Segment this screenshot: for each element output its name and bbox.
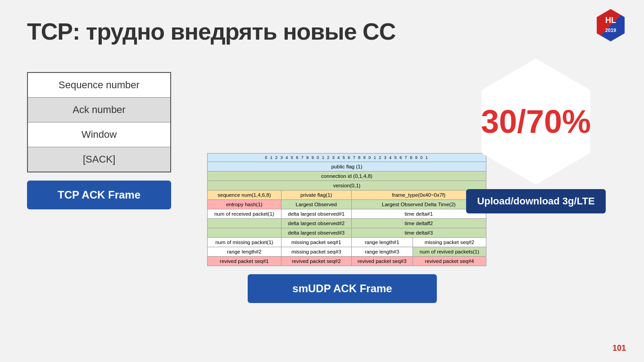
upload-badge: Upload/download 3g/LTE — [466, 189, 605, 213]
table-row: connection id (0,1,4,8) — [208, 172, 486, 181]
table-row: num of missing packet(1) missing packet … — [208, 238, 486, 247]
smudp-table: 0 1 2 3 4 5 6 7 8 9 0 1 2 3 4 5 6 7 8 9 … — [207, 153, 486, 266]
smudp-button[interactable]: smUDP ACK Frame — [248, 274, 437, 303]
tcp-row-window: Window — [28, 122, 170, 147]
table-row: revived packet seq#1 revived packet seq#… — [208, 257, 486, 266]
slide-title: TCP: трудно внедрять новые СС — [27, 18, 617, 45]
table-row: version(0,1) — [208, 181, 486, 190]
table-row: range length#2 missing packet seq#3 rang… — [208, 247, 486, 257]
table-row: sequence num(1,4,6,8) private flag(1) fr… — [208, 190, 486, 200]
logo-text: HL2019 — [605, 16, 616, 34]
hexagon-container: 30/70% — [468, 59, 603, 185]
tcp-row-sack: [SACK] — [28, 147, 170, 172]
slide: TCP: трудно внедрять новые СС Sequence n… — [0, 0, 644, 362]
tcp-row-ack: Ack number — [28, 98, 170, 122]
tcp-row-seq: Sequence number — [28, 73, 170, 98]
smudp-section: 0 1 2 3 4 5 6 7 8 9 0 1 2 3 4 5 6 7 8 9 … — [207, 153, 495, 303]
tcp-ack-button[interactable]: TCP ACK Frame — [27, 181, 171, 209]
tcp-section: Sequence number Ack number Window [SACK]… — [27, 72, 189, 209]
table-row: delta largest observed#3 time delta#3 — [208, 228, 486, 238]
table-row: entropy hash(1) Largest Observed Largest… — [208, 200, 486, 209]
table-row: num of received packet(1) delta largest … — [208, 209, 486, 219]
stats-content: 30/70% — [481, 105, 591, 138]
table-row: public flag (1) — [208, 162, 486, 172]
stats-section: 30/70% Upload/download 3g/LTE — [455, 59, 617, 213]
bits-label: 0 1 2 3 4 5 6 7 8 9 0 1 2 3 4 5 6 7 8 9 … — [208, 154, 486, 162]
table-row: delta largest observed#2 time deltaff2 — [208, 219, 486, 228]
tcp-table: Sequence number Ack number Window [SACK] — [27, 72, 171, 172]
page-number: 101 — [612, 344, 626, 353]
hl-logo: HL2019 — [594, 9, 627, 41]
logo-container: HL2019 — [594, 9, 630, 45]
percentage-value: 30/70% — [481, 105, 591, 138]
bits-row: 0 1 2 3 4 5 6 7 8 9 0 1 2 3 4 5 6 7 8 9 … — [208, 154, 486, 162]
